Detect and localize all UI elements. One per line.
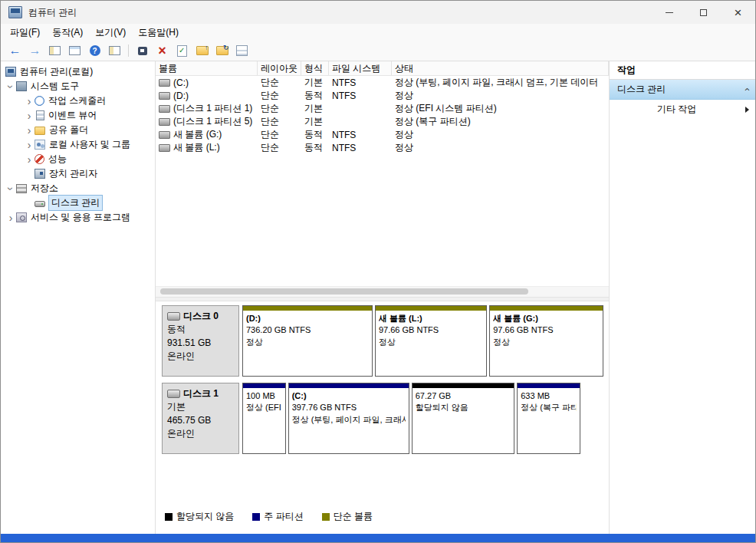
partition-size: 633 MB [521, 390, 577, 402]
disk-icon [167, 312, 180, 321]
chevron-collapsed-icon[interactable] [24, 139, 35, 151]
volume-layout: 단순 [258, 128, 301, 141]
refresh-icon[interactable] [212, 42, 232, 59]
chevron-expanded-icon[interactable] [5, 81, 16, 93]
taskbar-strip [1, 534, 755, 542]
volume-row-l[interactable]: 새 볼륨 (L:) 단순 동적 NTFS 정상 [156, 141, 609, 154]
partition-c[interactable]: (C:) 397.76 GB NTFS 정상 (부팅, 페이지 파일, 크래시 … [288, 383, 409, 454]
column-header-type[interactable]: 형식 [301, 61, 329, 75]
menu-help[interactable]: 도움말(H) [132, 25, 185, 41]
volume-type: 동적 [301, 141, 329, 154]
actions-disk-management[interactable]: 디스크 관리 [610, 80, 755, 100]
column-header-volume[interactable]: 볼륨 [156, 61, 258, 75]
partition-label: 새 볼륨 (G:) [493, 313, 600, 324]
volume-row-g[interactable]: 새 볼륨 (G:) 단순 동적 NTFS 정상 [156, 128, 609, 141]
tree-item-task-scheduler[interactable]: 작업 스케줄러 [1, 94, 155, 108]
scrollbar-thumb[interactable] [160, 288, 528, 295]
window-title: 컴퓨터 관리 [28, 6, 652, 19]
partition-status: 할당되지 않음 [416, 402, 511, 413]
volume-row-disk1-partition5[interactable]: (디스크 1 파티션 5) 단순 기본 정상 (복구 파티션) [156, 115, 609, 128]
menu-view[interactable]: 보기(V) [89, 25, 132, 41]
tree-item-device-manager[interactable]: 장치 관리자 [1, 166, 155, 181]
export-list-icon[interactable] [65, 42, 84, 59]
disk-0-block: 디스크 0 동적 931.51 GB 온라인 (D:) 736.20 GB NT… [162, 305, 604, 377]
menubar: 파일(F) 동작(A) 보기(V) 도움말(H) [1, 24, 755, 41]
volume-status: 정상 (EFI 시스템 파티션) [392, 102, 609, 115]
volume-fs: NTFS [329, 77, 392, 88]
volume-layout: 단순 [258, 102, 301, 115]
action-menu-glyph [138, 47, 147, 55]
volume-icon [159, 144, 170, 152]
close-button[interactable] [721, 1, 755, 24]
volume-type: 동적 [301, 89, 329, 102]
chevron-collapsed-icon[interactable] [24, 153, 35, 166]
partition-recovery[interactable]: 633 MB 정상 (복구 파티션) [517, 383, 580, 454]
tree-item-local-users-groups[interactable]: 로컬 사용자 및 그룹 [1, 137, 155, 152]
show-action-pane-icon[interactable] [105, 42, 124, 59]
column-header-layout[interactable]: 레이아웃 [258, 61, 301, 75]
tree-item-disk-management[interactable]: 디스크 관리 [1, 196, 155, 210]
menu-action[interactable]: 동작(A) [46, 25, 89, 41]
partition-label: (D:) [246, 313, 369, 324]
volume-fs: NTFS [329, 143, 392, 153]
partition-l[interactable]: 새 볼륨 (L:) 97.66 GB NTFS 정상 [375, 305, 487, 377]
forward-icon[interactable] [25, 42, 44, 59]
help-icon[interactable] [85, 42, 104, 59]
volume-type: 기본 [301, 102, 329, 115]
disk-0-info[interactable]: 디스크 0 동적 931.51 GB 온라인 [162, 305, 239, 377]
collapse-icon[interactable] [740, 87, 751, 90]
action-menu-icon[interactable] [133, 42, 152, 59]
check-disk-icon[interactable] [173, 42, 192, 59]
tree-item-shared-folders[interactable]: 공유 폴더 [1, 123, 155, 137]
volume-row-disk1-partition1[interactable]: (디스크 1 파티션 1) 단순 기본 정상 (EFI 시스템 파티션) [156, 102, 609, 115]
chevron-collapsed-icon[interactable] [5, 212, 16, 224]
minimize-icon [666, 12, 673, 13]
minimize-button[interactable] [652, 1, 686, 24]
partition-size: 97.66 GB NTFS [493, 324, 600, 336]
tree-item-services-apps[interactable]: 서비스 및 응용 프로그램 [1, 210, 155, 225]
actions-more-actions[interactable]: 기타 작업 [610, 100, 755, 119]
horizontal-scrollbar[interactable] [156, 286, 609, 297]
storage-icon [16, 184, 27, 193]
actions-pane: 작업 디스크 관리 기타 작업 [610, 61, 755, 534]
partition-status: 정상 (부팅, 페이지 파일, 크래시 덤프, 기본 데이터 [292, 414, 406, 426]
tree-item-computer-management[interactable]: 컴퓨터 관리(로컬) [1, 64, 155, 79]
column-header-status[interactable]: 상태 [392, 61, 609, 75]
export-list-glyph [69, 46, 81, 55]
show-console-tree-icon[interactable] [45, 42, 64, 59]
delete-icon[interactable] [153, 42, 172, 59]
tree-item-storage[interactable]: 저장소 [1, 181, 155, 196]
back-icon[interactable] [5, 42, 25, 59]
help-glyph [90, 45, 100, 56]
volume-list-empty-area [156, 154, 609, 286]
volume-name: (D:) [173, 90, 189, 101]
graphical-view: 디스크 0 동적 931.51 GB 온라인 (D:) 736.20 GB NT… [156, 301, 609, 534]
legend-swatch-unallocated [165, 513, 173, 521]
disk-1-partitions: 100 MB 정상 (EFI 시스템 파티션) (C:) 397.76 GB N… [242, 383, 604, 454]
partition-unallocated[interactable]: 67.27 GB 할당되지 않음 [412, 383, 515, 454]
properties-list-icon[interactable] [232, 42, 251, 59]
partition-g[interactable]: 새 볼륨 (G:) 97.66 GB NTFS 정상 [489, 305, 603, 377]
tree-item-system-tools[interactable]: 시스템 도구 [1, 79, 155, 94]
chevron-expanded-icon[interactable] [5, 183, 16, 195]
volume-list: 볼륨 레이아웃 형식 파일 시스템 상태 (C:) 단순 기본 NTFS 정상 … [156, 61, 609, 297]
volume-row-c[interactable]: (C:) 단순 기본 NTFS 정상 (부팅, 페이지 파일, 크래시 덤프, … [156, 76, 609, 89]
chevron-collapsed-icon[interactable] [24, 95, 35, 107]
legend-swatch-primary [252, 513, 260, 521]
open-folder-icon[interactable] [192, 42, 212, 59]
disk-name: 디스크 1 [183, 387, 219, 400]
properties-glyph [236, 45, 248, 56]
volume-row-d[interactable]: (D:) 단순 동적 NTFS 정상 [156, 89, 609, 102]
chevron-collapsed-icon[interactable] [24, 124, 35, 137]
maximize-button[interactable] [686, 1, 721, 24]
tree-item-event-viewer[interactable]: 이벤트 뷰어 [1, 108, 155, 123]
disk-type: 기본 [167, 400, 234, 413]
menu-file[interactable]: 파일(F) [4, 25, 46, 41]
legend-simple-volume: 단순 볼륨 [322, 510, 373, 523]
partition-d[interactable]: (D:) 736.20 GB NTFS 정상 [242, 305, 373, 377]
disk-1-info[interactable]: 디스크 1 기본 465.75 GB 온라인 [162, 383, 239, 454]
column-header-filesystem[interactable]: 파일 시스템 [329, 61, 392, 75]
chevron-collapsed-icon[interactable] [24, 110, 35, 122]
tree-item-performance[interactable]: 성능 [1, 152, 155, 166]
partition-efi[interactable]: 100 MB 정상 (EFI 시스템 파티션) [242, 383, 286, 454]
